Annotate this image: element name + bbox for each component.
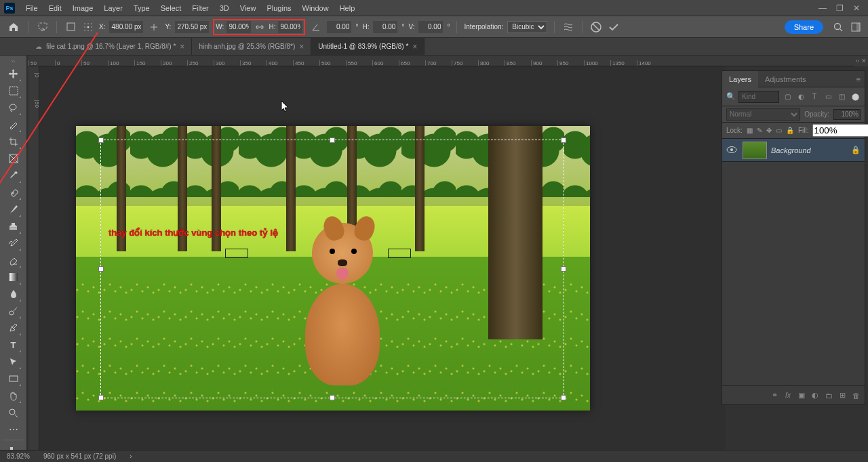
search-button[interactable] (831, 20, 845, 34)
toolbar-collapse-handle[interactable]: ›› (0, 58, 26, 65)
minimize-button[interactable]: — (818, 3, 827, 13)
panel-menu-button[interactable]: ≡ (852, 75, 865, 83)
layer-fx-icon[interactable]: fx (782, 390, 794, 402)
transform-handle[interactable] (98, 138, 104, 143)
document-tab-2[interactable]: Untitled-1 @ 83.9% (RGB/8) * × (311, 38, 425, 55)
lock-all-icon[interactable]: 🔒 (786, 125, 794, 136)
rectangle-tool[interactable] (5, 371, 22, 387)
healing-brush-tool[interactable] (5, 184, 22, 201)
document-tab-1[interactable]: hinh anh.jpg @ 25.3% (RGB/8*) × (192, 38, 311, 55)
new-group-icon[interactable]: 🗀 (823, 390, 835, 402)
menu-edit[interactable]: Edit (43, 1, 67, 16)
reference-point-grid[interactable] (81, 20, 95, 34)
close-tab-icon[interactable]: × (412, 42, 417, 51)
filter-shape-icon[interactable]: ▭ (823, 91, 833, 102)
document-canvas[interactable]: thay đổi kích thước vùng chọn theo tỷ lệ (76, 126, 590, 411)
transform-icon[interactable] (36, 20, 50, 34)
blur-tool[interactable] (5, 286, 22, 302)
warp-mode-icon[interactable] (561, 20, 575, 34)
lock-transparency-icon[interactable]: ▦ (747, 125, 753, 136)
pen-tool[interactable] (5, 320, 22, 336)
tab-adjustments[interactable]: Adjustments (758, 71, 813, 87)
link-aspect-icon[interactable] (254, 22, 266, 33)
history-brush-tool[interactable] (5, 235, 22, 251)
angle-input[interactable] (327, 21, 351, 33)
x-input[interactable] (109, 21, 143, 33)
clone-stamp-tool[interactable] (5, 218, 22, 234)
menu-view[interactable]: View (235, 1, 262, 16)
filter-pixel-icon[interactable]: ▢ (782, 91, 793, 102)
link-layers-icon[interactable]: ⚭ (768, 390, 781, 402)
lock-artboard-icon[interactable]: ▭ (776, 125, 782, 136)
menu-type[interactable]: Type (128, 1, 155, 16)
cancel-transform-button[interactable] (589, 20, 603, 34)
width-input[interactable] (226, 21, 251, 33)
maximize-button[interactable]: ❐ (836, 3, 844, 13)
layer-visibility-icon[interactable] (726, 146, 738, 155)
tab-layers[interactable]: Layers (722, 71, 758, 87)
home-button[interactable] (5, 19, 22, 35)
transform-handle[interactable] (98, 266, 104, 272)
crop-tool[interactable] (5, 133, 22, 150)
move-tool[interactable] (5, 66, 22, 82)
lock-position-icon[interactable]: ✥ (766, 125, 772, 136)
transform-handle[interactable] (330, 138, 335, 143)
menu-image[interactable]: Image (67, 1, 99, 16)
transform-handle[interactable] (561, 266, 566, 272)
layer-filter-input[interactable] (738, 91, 779, 103)
layer-name[interactable]: Background (771, 146, 847, 154)
zoom-readout[interactable]: 83.92% (7, 453, 30, 460)
new-adjustment-icon[interactable]: ◐ (809, 390, 821, 402)
menu-3d[interactable]: 3D (214, 1, 235, 16)
transform-handle[interactable] (98, 395, 104, 400)
panel-dock-toggle[interactable]: ‹‹ ✕ (854, 56, 868, 66)
transform-handle[interactable] (561, 138, 566, 143)
close-window-button[interactable]: ✕ (853, 3, 860, 13)
vskew-input[interactable] (418, 21, 443, 33)
gradient-tool[interactable] (5, 269, 22, 285)
menu-window[interactable]: Window (297, 1, 334, 16)
add-mask-icon[interactable]: ▣ (795, 390, 808, 402)
layer-row-background[interactable]: Background 🔒 (722, 139, 865, 162)
lock-pixels-icon[interactable]: ✎ (757, 125, 762, 136)
transform-handle[interactable] (561, 395, 566, 400)
filter-toggle[interactable]: ⬤ (850, 91, 861, 102)
reference-point-toggle[interactable] (64, 20, 77, 34)
hskew-input[interactable] (373, 21, 397, 33)
menu-layer[interactable]: Layer (98, 1, 128, 16)
close-tab-icon[interactable]: × (299, 42, 304, 51)
menu-filter[interactable]: Filter (186, 1, 214, 16)
hand-tool[interactable] (5, 387, 22, 404)
zoom-tool[interactable] (5, 404, 22, 421)
document-info[interactable]: 960 px x 541 px (72 ppi) (43, 453, 116, 460)
path-selection-tool[interactable] (5, 354, 22, 370)
eraser-tool[interactable] (5, 252, 22, 268)
commit-transform-button[interactable] (607, 20, 620, 34)
new-layer-icon[interactable]: ⊞ (836, 390, 848, 402)
dodge-tool[interactable] (5, 303, 22, 319)
layer-thumbnail[interactable] (743, 142, 767, 159)
relative-position-icon[interactable] (147, 20, 161, 34)
menu-plugins[interactable]: Plugins (261, 1, 296, 16)
delete-layer-icon[interactable]: 🗑 (850, 390, 862, 402)
workspace-button[interactable] (849, 20, 863, 34)
filter-type-icon[interactable]: T (809, 91, 820, 102)
filter-smart-icon[interactable]: ◫ (836, 91, 847, 102)
status-flyout-icon[interactable]: › (130, 453, 132, 460)
transform-bounding-box[interactable] (100, 140, 564, 398)
opacity-input[interactable] (833, 109, 861, 120)
blend-mode-select[interactable]: Normal (726, 108, 800, 121)
menu-select[interactable]: Select (155, 1, 187, 16)
edit-toolbar[interactable]: ⋯ (5, 421, 22, 438)
layer-lock-indicator[interactable]: 🔒 (851, 146, 861, 154)
lasso-tool[interactable] (5, 100, 22, 116)
share-button[interactable]: Share (785, 20, 823, 34)
transform-handle[interactable] (330, 395, 335, 400)
filter-adjust-icon[interactable]: ◐ (795, 91, 806, 102)
angle-icon[interactable] (309, 20, 323, 34)
marquee-tool[interactable] (5, 83, 22, 99)
brush-tool[interactable] (5, 201, 22, 217)
horizontal-ruler[interactable]: 5005010015020025030035040045050055060065… (28, 56, 868, 66)
canvas-viewport[interactable]: thay đổi kích thước vùng chọn theo tỷ lệ (39, 66, 726, 450)
quick-selection-tool[interactable] (5, 117, 22, 133)
